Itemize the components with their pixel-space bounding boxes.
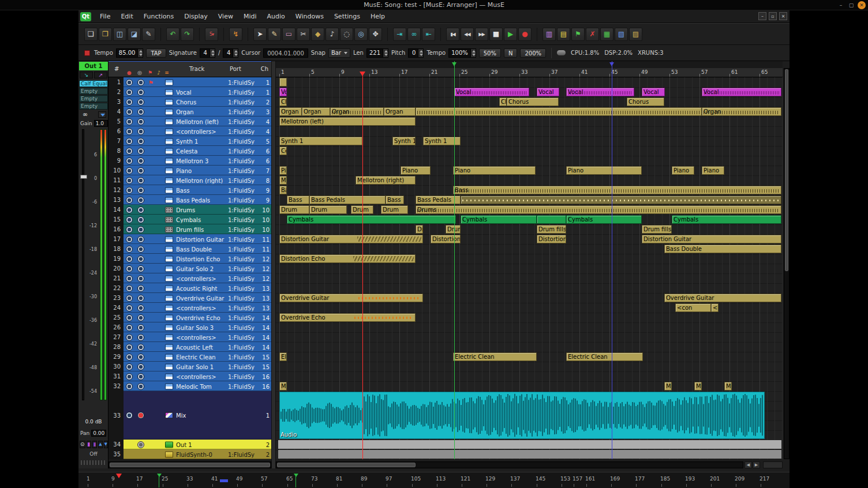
rewind-icon[interactable]: ◀◀	[461, 28, 474, 41]
record-arm-button[interactable]	[137, 314, 144, 321]
part[interactable]	[461, 196, 781, 204]
splitter[interactable]	[271, 61, 276, 468]
record-arm-button[interactable]	[137, 275, 144, 282]
track-on-button[interactable]	[126, 187, 133, 194]
part[interactable]: Vocal	[454, 88, 529, 96]
canvas-vscrollbar[interactable]	[784, 68, 790, 459]
part[interactable]: Overdrive Echo	[279, 313, 416, 322]
arranger-canvas[interactable]: VoVocalVocalVocalVocalVocalChChChorusCho…	[276, 77, 783, 459]
track-on-button[interactable]	[126, 167, 133, 174]
menu-midi[interactable]: Midi	[238, 10, 262, 23]
track-on-button[interactable]	[126, 226, 133, 233]
play-icon[interactable]: ▶	[504, 28, 517, 41]
signature-numerator-spinbox[interactable]: 4	[200, 48, 215, 58]
part[interactable]: Drum fills	[537, 225, 566, 234]
record-arm-button[interactable]	[137, 226, 144, 233]
part[interactable]: Chorus	[507, 97, 559, 106]
part[interactable]: Vocal	[537, 88, 559, 96]
track-on-button[interactable]	[126, 79, 133, 86]
track-row[interactable]: 26Guitar Solo 31:FluidSy14	[108, 322, 271, 332]
track-on-button[interactable]	[126, 363, 133, 370]
signature-denominator-spinbox[interactable]: 4	[223, 48, 238, 58]
record-arm-button[interactable]	[137, 148, 144, 155]
track-row[interactable]: 31<controllers>1:FluidSy16	[108, 371, 271, 381]
menu-windows[interactable]: Windows	[290, 10, 329, 23]
part[interactable]: Bass	[453, 186, 781, 194]
whats-this-icon[interactable]: ✎	[142, 28, 155, 41]
track-row[interactable]: 16Drum fills1:FluidSy10	[108, 224, 271, 234]
stereo-link-icon[interactable]: ∞	[83, 111, 98, 118]
part[interactable]: Piano	[672, 166, 694, 175]
record-arm-button[interactable]	[137, 236, 144, 243]
track-row[interactable]: 12Bass1:FluidSy9	[108, 185, 271, 195]
strip-down-icon[interactable]: ▼	[104, 441, 108, 448]
cliplist-icon[interactable]: ▨	[629, 28, 642, 41]
track-row[interactable]: 17Distortion Guitar1:FluidSy11	[108, 234, 271, 244]
part[interactable]: Overdrive Guitar	[279, 294, 423, 302]
track-row[interactable]: 20Guitar Solo 21:FluidSy12	[108, 264, 271, 273]
part[interactable]: <c	[711, 303, 719, 312]
scrollbar-thumb[interactable]	[277, 463, 416, 467]
track-on-button[interactable]	[126, 285, 133, 292]
part[interactable]: Bass Double	[664, 245, 781, 253]
part[interactable]	[416, 107, 702, 116]
part[interactable]: Electric Clean	[453, 352, 537, 361]
route-output-icon[interactable]: ↗	[94, 72, 107, 78]
track-row[interactable]: 28Acoustic Left1:FluidSy14	[108, 342, 271, 352]
canvas-hscrollbar[interactable]: ◀ ▶	[276, 461, 783, 468]
track-on-button[interactable]	[126, 148, 133, 155]
spinner-arrows-icon[interactable]	[209, 49, 215, 57]
track-on-button[interactable]	[126, 197, 133, 204]
track-on-button[interactable]	[126, 89, 133, 96]
track-row[interactable]: 29Electric Clean1:FluidSy15	[108, 352, 271, 362]
big-time-icon[interactable]: ▦	[600, 28, 613, 41]
track-on-button[interactable]	[126, 275, 133, 282]
part[interactable]: Overdrive Guitar	[664, 294, 781, 302]
mute-tool-icon[interactable]: ◌	[340, 28, 353, 41]
record-arm-button[interactable]	[137, 138, 144, 145]
track-row[interactable]: 10Piano1:FluidSy7	[108, 166, 271, 175]
part[interactable]: Distortion Echo	[279, 254, 416, 263]
gain-value[interactable]: 1.0	[94, 120, 108, 127]
volume-slider[interactable]	[82, 129, 84, 400]
track-on-button[interactable]	[126, 236, 133, 243]
part[interactable]: Dr	[416, 225, 423, 234]
record-arm-button[interactable]	[137, 441, 144, 448]
record-arm-button[interactable]	[137, 354, 144, 361]
spinner-arrows-icon[interactable]	[233, 49, 238, 57]
scrollbar-thumb[interactable]	[785, 69, 788, 271]
mdi-close-icon[interactable]: ✕	[779, 12, 787, 20]
open-file-icon[interactable]: ❐	[99, 28, 112, 41]
transport-icon[interactable]: ▧	[615, 28, 628, 41]
part[interactable]: Organ	[384, 107, 416, 116]
scrollbar-track[interactable]	[276, 461, 743, 468]
audio-part[interactable]	[279, 392, 765, 439]
track-row[interactable]: 1⚑1:FluidSy1	[108, 77, 271, 87]
stop-icon[interactable]: ■	[489, 28, 503, 41]
song-type-icon[interactable]: S▾	[205, 28, 218, 41]
track-on-button[interactable]	[126, 412, 133, 419]
part[interactable]: Distortion	[537, 235, 566, 243]
track-row[interactable]: 6<controllers>1:FluidSy4	[108, 126, 271, 136]
part[interactable]: Organ	[279, 107, 302, 116]
tempo-spinbox[interactable]: 85.00	[116, 48, 144, 58]
track-row[interactable]: 8Celesta1:FluidSy6	[108, 146, 271, 156]
track-on-button[interactable]	[126, 295, 133, 302]
track-row[interactable]: 21<controllers>1:FluidSy12	[108, 273, 271, 283]
menu-edit[interactable]: Edit	[115, 10, 138, 23]
part[interactable]: Synth 1	[423, 137, 461, 145]
maximize-button[interactable]: ▢	[847, 1, 855, 9]
part[interactable]: Cymbals	[461, 215, 537, 224]
strip-grip[interactable]	[81, 460, 106, 465]
track-on-button[interactable]	[126, 334, 133, 341]
track-on-button[interactable]	[126, 157, 133, 164]
track-row[interactable]: 11Mellotron (right)1:FluidSy8	[108, 175, 271, 185]
menu-settings[interactable]: Settings	[329, 10, 365, 23]
track-on-button[interactable]	[126, 324, 133, 331]
zoom-in-button[interactable]: 200%	[520, 48, 546, 58]
track-on-button[interactable]	[126, 138, 133, 145]
window-titlebar[interactable]: MusE: Song: test - [MusE: Arranger] — Mu…	[0, 0, 868, 10]
track-row[interactable]: 18Bass Double1:FluidSy11	[108, 244, 271, 254]
record-arm-button[interactable]	[137, 305, 144, 311]
track-row[interactable]: 15Cymbals1:FluidSy10	[108, 215, 271, 224]
